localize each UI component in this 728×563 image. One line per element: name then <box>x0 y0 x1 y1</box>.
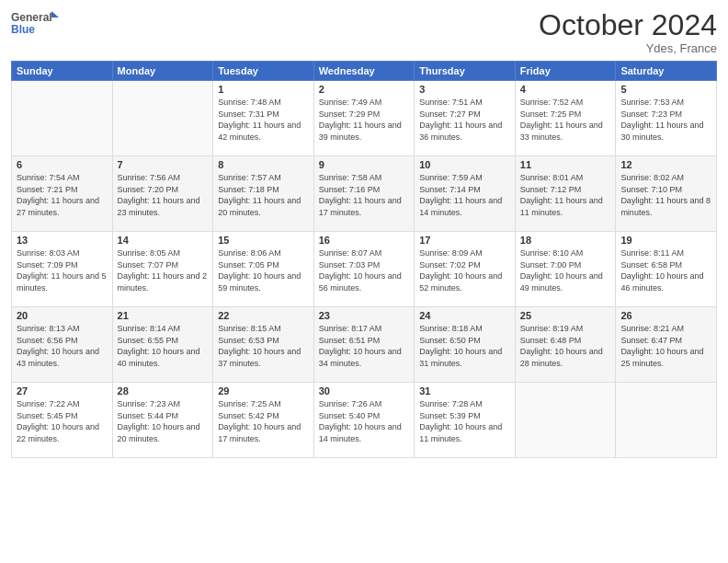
calendar-cell: 22Sunrise: 8:15 AM Sunset: 6:53 PM Dayli… <box>213 307 314 383</box>
calendar-cell <box>112 81 213 156</box>
day-number: 28 <box>118 385 209 396</box>
day-info: Sunrise: 8:15 AM Sunset: 6:53 PM Dayligh… <box>218 323 309 369</box>
day-info: Sunrise: 7:49 AM Sunset: 7:29 PM Dayligh… <box>319 97 410 143</box>
day-info: Sunrise: 7:25 AM Sunset: 5:42 PM Dayligh… <box>218 398 309 444</box>
day-info: Sunrise: 8:13 AM Sunset: 6:56 PM Dayligh… <box>17 323 108 369</box>
calendar-cell <box>515 383 616 458</box>
day-info: Sunrise: 8:07 AM Sunset: 7:03 PM Dayligh… <box>319 247 410 293</box>
day-number: 30 <box>319 385 410 396</box>
day-info: Sunrise: 7:56 AM Sunset: 7:20 PM Dayligh… <box>118 172 209 218</box>
day-info: Sunrise: 7:26 AM Sunset: 5:40 PM Dayligh… <box>319 398 410 444</box>
title-section: October 2024 Ydes, France <box>539 9 717 55</box>
day-info: Sunrise: 7:48 AM Sunset: 7:31 PM Dayligh… <box>218 97 309 143</box>
day-header-saturday: Saturday <box>616 62 717 81</box>
calendar-cell: 15Sunrise: 8:06 AM Sunset: 7:05 PM Dayli… <box>213 232 314 307</box>
day-number: 9 <box>319 159 410 170</box>
day-number: 3 <box>419 84 510 95</box>
day-number: 7 <box>118 159 209 170</box>
day-number: 14 <box>118 235 209 246</box>
day-info: Sunrise: 8:19 AM Sunset: 6:48 PM Dayligh… <box>520 323 611 369</box>
calendar-week-row: 27Sunrise: 7:22 AM Sunset: 5:45 PM Dayli… <box>12 383 717 458</box>
day-info: Sunrise: 7:54 AM Sunset: 7:21 PM Dayligh… <box>17 172 108 218</box>
calendar-container: GeneralBlue October 2024 Ydes, France Su… <box>0 0 728 563</box>
calendar-cell: 4Sunrise: 7:52 AM Sunset: 7:25 PM Daylig… <box>515 81 616 156</box>
calendar-cell: 3Sunrise: 7:51 AM Sunset: 7:27 PM Daylig… <box>415 81 516 156</box>
calendar-cell: 26Sunrise: 8:21 AM Sunset: 6:47 PM Dayli… <box>616 307 717 383</box>
calendar-cell: 14Sunrise: 8:05 AM Sunset: 7:07 PM Dayli… <box>112 232 213 307</box>
calendar-header-row: SundayMondayTuesdayWednesdayThursdayFrid… <box>12 62 717 81</box>
day-number: 13 <box>17 235 108 246</box>
calendar-cell: 24Sunrise: 8:18 AM Sunset: 6:50 PM Dayli… <box>415 307 516 383</box>
day-header-wednesday: Wednesday <box>313 62 415 81</box>
calendar-cell: 31Sunrise: 7:28 AM Sunset: 5:39 PM Dayli… <box>415 383 516 458</box>
logo: GeneralBlue <box>11 9 62 37</box>
day-number: 19 <box>620 235 711 246</box>
day-info: Sunrise: 8:03 AM Sunset: 7:09 PM Dayligh… <box>17 247 108 293</box>
day-number: 22 <box>218 310 309 321</box>
day-header-sunday: Sunday <box>12 62 113 81</box>
day-number: 2 <box>319 84 410 95</box>
calendar-week-row: 6Sunrise: 7:54 AM Sunset: 7:21 PM Daylig… <box>12 156 717 232</box>
calendar-cell <box>616 383 717 458</box>
day-info: Sunrise: 8:17 AM Sunset: 6:51 PM Dayligh… <box>319 323 410 369</box>
calendar-cell: 29Sunrise: 7:25 AM Sunset: 5:42 PM Dayli… <box>213 383 314 458</box>
day-number: 20 <box>17 310 108 321</box>
day-number: 11 <box>520 159 611 170</box>
calendar-cell: 30Sunrise: 7:26 AM Sunset: 5:40 PM Dayli… <box>313 383 415 458</box>
calendar-week-row: 13Sunrise: 8:03 AM Sunset: 7:09 PM Dayli… <box>12 232 717 307</box>
day-info: Sunrise: 7:22 AM Sunset: 5:45 PM Dayligh… <box>17 398 108 444</box>
day-number: 1 <box>218 84 309 95</box>
logo-icon: GeneralBlue <box>11 9 62 37</box>
day-number: 24 <box>419 310 510 321</box>
day-info: Sunrise: 8:09 AM Sunset: 7:02 PM Dayligh… <box>419 247 510 293</box>
day-info: Sunrise: 8:01 AM Sunset: 7:12 PM Dayligh… <box>520 172 611 218</box>
day-number: 15 <box>218 235 309 246</box>
calendar-table: SundayMondayTuesdayWednesdayThursdayFrid… <box>11 61 717 458</box>
day-number: 21 <box>118 310 209 321</box>
day-info: Sunrise: 8:06 AM Sunset: 7:05 PM Dayligh… <box>218 247 309 293</box>
calendar-cell: 23Sunrise: 8:17 AM Sunset: 6:51 PM Dayli… <box>313 307 415 383</box>
day-header-tuesday: Tuesday <box>213 62 314 81</box>
calendar-cell: 21Sunrise: 8:14 AM Sunset: 6:55 PM Dayli… <box>112 307 213 383</box>
day-number: 31 <box>419 385 510 396</box>
day-number: 23 <box>319 310 410 321</box>
calendar-cell: 9Sunrise: 7:58 AM Sunset: 7:16 PM Daylig… <box>313 156 415 232</box>
calendar-cell: 11Sunrise: 8:01 AM Sunset: 7:12 PM Dayli… <box>515 156 616 232</box>
day-number: 29 <box>218 385 309 396</box>
calendar-cell: 1Sunrise: 7:48 AM Sunset: 7:31 PM Daylig… <box>213 81 314 156</box>
calendar-cell: 16Sunrise: 8:07 AM Sunset: 7:03 PM Dayli… <box>313 232 415 307</box>
day-info: Sunrise: 7:23 AM Sunset: 5:44 PM Dayligh… <box>118 398 209 444</box>
calendar-cell: 19Sunrise: 8:11 AM Sunset: 6:58 PM Dayli… <box>616 232 717 307</box>
day-number: 10 <box>419 159 510 170</box>
calendar-cell: 17Sunrise: 8:09 AM Sunset: 7:02 PM Dayli… <box>415 232 516 307</box>
day-info: Sunrise: 8:21 AM Sunset: 6:47 PM Dayligh… <box>620 323 711 369</box>
calendar-cell: 28Sunrise: 7:23 AM Sunset: 5:44 PM Dayli… <box>112 383 213 458</box>
day-number: 16 <box>319 235 410 246</box>
header: GeneralBlue October 2024 Ydes, France <box>11 9 717 55</box>
calendar-cell: 25Sunrise: 8:19 AM Sunset: 6:48 PM Dayli… <box>515 307 616 383</box>
calendar-cell: 10Sunrise: 7:59 AM Sunset: 7:14 PM Dayli… <box>415 156 516 232</box>
day-number: 12 <box>620 159 711 170</box>
day-number: 4 <box>520 84 611 95</box>
calendar-cell <box>12 81 113 156</box>
day-number: 8 <box>218 159 309 170</box>
day-number: 27 <box>17 385 108 396</box>
day-info: Sunrise: 8:02 AM Sunset: 7:10 PM Dayligh… <box>620 172 711 218</box>
day-info: Sunrise: 7:59 AM Sunset: 7:14 PM Dayligh… <box>419 172 510 218</box>
calendar-cell: 5Sunrise: 7:53 AM Sunset: 7:23 PM Daylig… <box>616 81 717 156</box>
day-info: Sunrise: 7:51 AM Sunset: 7:27 PM Dayligh… <box>419 97 510 143</box>
calendar-week-row: 20Sunrise: 8:13 AM Sunset: 6:56 PM Dayli… <box>12 307 717 383</box>
day-number: 17 <box>419 235 510 246</box>
day-info: Sunrise: 8:05 AM Sunset: 7:07 PM Dayligh… <box>118 247 209 293</box>
calendar-cell: 18Sunrise: 8:10 AM Sunset: 7:00 PM Dayli… <box>515 232 616 307</box>
day-number: 18 <box>520 235 611 246</box>
day-number: 25 <box>520 310 611 321</box>
calendar-cell: 20Sunrise: 8:13 AM Sunset: 6:56 PM Dayli… <box>12 307 113 383</box>
day-number: 6 <box>17 159 108 170</box>
calendar-cell: 6Sunrise: 7:54 AM Sunset: 7:21 PM Daylig… <box>12 156 113 232</box>
calendar-week-row: 1Sunrise: 7:48 AM Sunset: 7:31 PM Daylig… <box>12 81 717 156</box>
day-header-monday: Monday <box>112 62 213 81</box>
day-info: Sunrise: 7:28 AM Sunset: 5:39 PM Dayligh… <box>419 398 510 444</box>
calendar-cell: 7Sunrise: 7:56 AM Sunset: 7:20 PM Daylig… <box>112 156 213 232</box>
calendar-cell: 13Sunrise: 8:03 AM Sunset: 7:09 PM Dayli… <box>12 232 113 307</box>
